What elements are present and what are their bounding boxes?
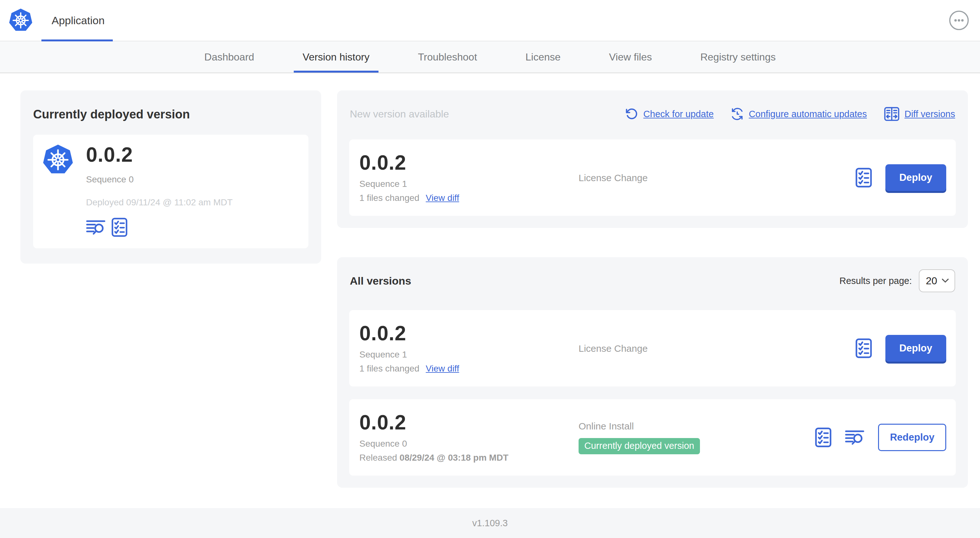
dots-menu-icon[interactable] bbox=[949, 10, 969, 30]
checklist-icon[interactable] bbox=[856, 168, 872, 187]
checklist-icon[interactable] bbox=[111, 218, 127, 237]
released-prefix: Released bbox=[360, 453, 397, 463]
all-versions-title: All versions bbox=[350, 275, 411, 287]
check-for-update-label: Check for update bbox=[643, 109, 714, 119]
tab-label: Version history bbox=[303, 51, 369, 63]
deployed-version-tile: 0.0.2 Sequence 0 Deployed 09/11/24 @ 11:… bbox=[33, 135, 309, 248]
currently-deployed-title: Currently deployed version bbox=[33, 108, 309, 121]
tab-label: License bbox=[525, 51, 560, 63]
chevron-down-icon bbox=[942, 279, 949, 283]
tab-dashboard[interactable]: Dashboard bbox=[195, 41, 263, 73]
deploy-button[interactable]: Deploy bbox=[885, 164, 946, 191]
check-for-update-link[interactable]: Check for update bbox=[625, 108, 714, 120]
tab-version-history[interactable]: Version history bbox=[294, 41, 379, 73]
logs-icon[interactable] bbox=[845, 429, 865, 445]
checklist-icon[interactable] bbox=[815, 427, 832, 447]
tab-license[interactable]: License bbox=[517, 41, 570, 73]
deployed-version-label: 0.0.2 bbox=[86, 144, 232, 165]
version-row-sequence-1: 0.0.2 Sequence 1 1 files changedView dif… bbox=[349, 310, 956, 386]
app-subnav: Dashboard Version history Troubleshoot L… bbox=[0, 41, 980, 73]
tab-view-files[interactable]: View files bbox=[600, 41, 661, 73]
view-diff-link[interactable]: View diff bbox=[426, 193, 459, 203]
released-timestamp: Released 08/29/24 @ 03:18 pm MDT bbox=[360, 453, 579, 463]
app-tab-active-underline bbox=[41, 40, 113, 41]
application-page: Application Dashboard Version history Tr… bbox=[0, 0, 980, 538]
sequence-label: Sequence 1 bbox=[360, 179, 579, 189]
checklist-icon[interactable] bbox=[856, 338, 872, 358]
files-changed: 1 files changedView diff bbox=[360, 363, 579, 374]
tab-registry-settings[interactable]: Registry settings bbox=[691, 41, 785, 73]
top-bar: Application bbox=[0, 0, 980, 41]
refresh-icon bbox=[625, 108, 638, 120]
version-source-label: License Change bbox=[579, 343, 648, 354]
results-per-page-value: 20 bbox=[926, 275, 937, 287]
version-label: 0.0.2 bbox=[360, 323, 579, 344]
version-label: 0.0.2 bbox=[360, 412, 579, 433]
new-version-panel: New version available Check for update bbox=[337, 90, 968, 228]
files-changed: 1 files changedView diff bbox=[360, 193, 579, 203]
configure-automatic-updates-label: Configure automatic updates bbox=[749, 109, 867, 119]
deployed-sequence-label: Sequence 0 bbox=[86, 175, 232, 185]
page-footer: v1.109.3 bbox=[0, 508, 980, 538]
kubernetes-app-icon bbox=[43, 144, 73, 175]
sequence-label: Sequence 0 bbox=[360, 439, 579, 449]
kubernetes-logo-icon bbox=[9, 8, 32, 32]
currently-deployed-badge: Currently deployed version bbox=[579, 438, 700, 454]
version-source-label: Online Install bbox=[579, 421, 815, 432]
deploy-button[interactable]: Deploy bbox=[885, 335, 946, 362]
main-content: Currently deployed version bbox=[0, 73, 980, 488]
sequence-label: Sequence 1 bbox=[360, 349, 579, 360]
results-per-page-select[interactable]: 20 bbox=[919, 269, 955, 292]
new-version-row: 0.0.2 Sequence 1 1 files changedView dif… bbox=[349, 140, 956, 216]
new-version-title: New version available bbox=[350, 108, 449, 120]
diff-icon bbox=[884, 107, 899, 121]
tab-label: Troubleshoot bbox=[418, 51, 477, 63]
currently-deployed-card: Currently deployed version bbox=[21, 90, 321, 263]
version-row-sequence-0: 0.0.2 Sequence 0 Released 08/29/24 @ 03:… bbox=[349, 399, 956, 476]
configure-automatic-updates-link[interactable]: Configure automatic updates bbox=[731, 108, 867, 120]
console-version-label: v1.109.3 bbox=[472, 518, 508, 528]
version-label: 0.0.2 bbox=[360, 152, 579, 173]
logs-icon[interactable] bbox=[86, 219, 106, 235]
version-source-label: License Change bbox=[579, 173, 648, 183]
redeploy-button[interactable]: Redeploy bbox=[878, 424, 946, 451]
diff-versions-label: Diff versions bbox=[905, 109, 955, 119]
view-diff-link[interactable]: View diff bbox=[426, 363, 459, 373]
clock-refresh-icon bbox=[731, 108, 744, 120]
files-changed-label: 1 files changed bbox=[360, 363, 419, 373]
all-versions-panel: All versions Results per page: 20 0.0 bbox=[337, 257, 968, 488]
files-changed-label: 1 files changed bbox=[360, 193, 419, 203]
tab-troubleshoot[interactable]: Troubleshoot bbox=[409, 41, 486, 73]
diff-versions-link[interactable]: Diff versions bbox=[884, 107, 955, 121]
right-column: New version available Check for update bbox=[337, 90, 968, 488]
tab-label: Registry settings bbox=[700, 51, 776, 63]
deployed-timestamp: Deployed 09/11/24 @ 11:02 am MDT bbox=[86, 197, 232, 208]
released-date: 08/29/24 @ 03:18 pm MDT bbox=[399, 453, 509, 463]
tab-label: View files bbox=[609, 51, 652, 63]
deployed-version-info: 0.0.2 Sequence 0 Deployed 09/11/24 @ 11:… bbox=[86, 144, 232, 237]
results-per-page-label: Results per page: bbox=[840, 276, 912, 286]
app-title: Application bbox=[52, 14, 105, 27]
tab-label: Dashboard bbox=[204, 51, 254, 63]
